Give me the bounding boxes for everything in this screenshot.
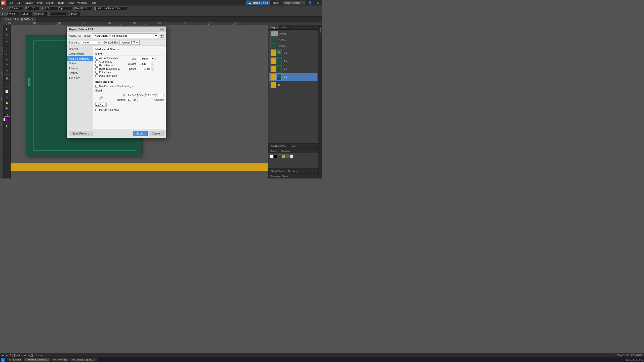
swatch-blue[interactable]: [286, 154, 289, 158]
color-bars-checkbox[interactable]: [95, 71, 98, 74]
weight-spinner[interactable]: ▲ ▼: [151, 62, 154, 66]
menu-edit[interactable]: Edit: [15, 1, 23, 5]
tool-icon-a[interactable]: T: [1, 12, 4, 15]
bleed-bottom-spinner[interactable]: ▲ ▼: [137, 98, 138, 102]
percent-input[interactable]: [37, 12, 47, 16]
apply-none[interactable]: [9, 118, 11, 121]
user-icon[interactable]: 👤: [307, 1, 313, 5]
offset-spinner[interactable]: ▲ ▼: [151, 67, 154, 71]
tab-links[interactable]: Links: [289, 144, 298, 148]
tab-conditional-text[interactable]: Conditional Text: [268, 144, 289, 148]
pen-tool[interactable]: ✒: [4, 39, 10, 45]
height-input[interactable]: [25, 6, 39, 10]
menu-file[interactable]: File: [7, 1, 15, 5]
preset-options-button[interactable]: ▼: [160, 34, 164, 38]
sidebar-item-compression[interactable]: Compression: [67, 52, 93, 56]
scissors-tool[interactable]: ✂: [4, 68, 10, 74]
menu-help[interactable]: Help: [89, 1, 98, 5]
registration-marks-checkbox[interactable]: [95, 67, 98, 70]
dialog-close-button[interactable]: ✕: [160, 28, 164, 31]
tab-close-icon[interactable]: ✕: [31, 18, 33, 21]
publish-online-button[interactable]: ☁ Publish Online: [246, 1, 270, 5]
list-item[interactable]: 10: [269, 81, 317, 89]
layers-side-label[interactable]: Layers: [319, 26, 321, 34]
menu-window[interactable]: Window: [76, 1, 89, 5]
tab-paragraph-styles[interactable]: Paragraph Styles: [268, 174, 290, 178]
zoom-input[interactable]: [58, 6, 72, 10]
sync-icon[interactable]: ↻: [315, 1, 321, 5]
bleed-inside-spinner[interactable]: ▲ ▼: [155, 93, 158, 97]
bleed-marks-checkbox[interactable]: [95, 64, 98, 67]
line-tool[interactable]: /: [4, 51, 10, 56]
swatch-yellow[interactable]: [281, 154, 285, 158]
font-size-input[interactable]: [7, 12, 19, 16]
tab-text-wrap[interactable]: Text Wrap: [286, 169, 300, 173]
bleed-outside-spinner[interactable]: ▲ ▼: [105, 103, 106, 107]
crop-marks-checkbox[interactable]: [95, 60, 98, 63]
sidebar-item-security[interactable]: Security: [67, 71, 93, 75]
swatch-green[interactable]: [277, 154, 281, 158]
search-input-area[interactable]: Adobe Search: [283, 1, 305, 5]
bleed-bottom-input[interactable]: [127, 99, 137, 101]
page-information-checkbox[interactable]: [95, 74, 98, 77]
note-tool[interactable]: 📝: [4, 88, 10, 94]
tool-icon-1[interactable]: ▸: [1, 7, 4, 10]
tab-index[interactable]: Index: [280, 25, 290, 29]
direct-select-tool[interactable]: ↖: [4, 32, 10, 37]
cancel-button[interactable]: Cancel: [149, 131, 164, 136]
type-select[interactable]: Default: [138, 57, 155, 61]
tab-swatches[interactable]: Swatches: [279, 149, 293, 153]
list-item[interactable]: C-Ma...: [269, 43, 317, 49]
book-button[interactable]: Book: [272, 1, 281, 5]
document-tab[interactable]: Untitled-1.indd @ 100% ✕: [1, 17, 36, 22]
rectangle-frame-tool[interactable]: ⊠: [4, 57, 10, 62]
width-input[interactable]: [9, 6, 23, 10]
standard-select[interactable]: None: [81, 40, 101, 45]
rectangle-tool[interactable]: □: [4, 62, 10, 68]
gradient-swatch-tool[interactable]: ▣: [4, 75, 10, 81]
fill-swatch[interactable]: [4, 114, 7, 117]
tab-stroke[interactable]: Stroke: [268, 149, 279, 153]
zoom-tool[interactable]: 🔍: [4, 106, 10, 111]
tint-input[interactable]: [70, 12, 80, 16]
apply-gradient[interactable]: [6, 118, 9, 121]
bleed-outside-input[interactable]: [96, 103, 105, 106]
list-item[interactable]: 4-5: [269, 57, 317, 65]
weight-input[interactable]: [138, 63, 151, 65]
frame-preset-input[interactable]: [94, 6, 127, 10]
bleed-link-icon[interactable]: 🔗: [95, 96, 107, 100]
hand-tool[interactable]: ✋: [4, 100, 10, 106]
menu-layout[interactable]: Layout: [23, 1, 35, 5]
menu-type[interactable]: Type: [35, 1, 44, 5]
bleed-inside-input[interactable]: [146, 94, 155, 97]
tab-object-styles[interactable]: Object Styles: [268, 169, 286, 173]
stroke-swatch[interactable]: [7, 114, 10, 117]
compatibility-select[interactable]: Acrobat 5 (PDF 1.4): [119, 40, 140, 45]
gradient-feather-tool[interactable]: ⬚: [4, 81, 10, 87]
menu-view[interactable]: View: [66, 1, 75, 5]
list-item[interactable]: 8-9: [269, 73, 317, 81]
sidebar-item-general[interactable]: General: [67, 47, 93, 52]
tab-pages[interactable]: Pages: [268, 25, 280, 29]
list-item[interactable]: A-Ma...: [269, 37, 317, 43]
swatch-white[interactable]: [269, 154, 273, 158]
select-tool[interactable]: ▸: [4, 26, 10, 32]
all-printers-marks-checkbox[interactable]: [95, 57, 98, 60]
apply-color[interactable]: [4, 118, 5, 121]
export-pdf-dialog[interactable]: Export Adobe PDF ✕ Adobe PDF Preset: [Hi…: [67, 26, 166, 138]
swatch-black[interactable]: [273, 154, 277, 158]
use-doc-bleed-checkbox[interactable]: [95, 85, 98, 88]
preset-select[interactable]: [High Quality Print] (modified): [92, 33, 158, 38]
sidebar-item-summary[interactable]: Summary: [67, 75, 93, 80]
x-coord-input[interactable]: [74, 6, 92, 10]
include-slug-checkbox[interactable]: [95, 109, 98, 111]
list-item[interactable]: [None]: [269, 31, 317, 37]
sidebar-item-output[interactable]: Output: [67, 61, 93, 66]
export-button[interactable]: Export: [133, 131, 148, 136]
eyedropper-tool[interactable]: ✏: [4, 94, 10, 100]
save-preset-button[interactable]: Save Preset...: [69, 131, 93, 136]
leading-input[interactable]: [20, 12, 32, 16]
menu-table[interactable]: Table: [56, 1, 66, 5]
view-mode[interactable]: ◧: [4, 123, 10, 129]
sidebar-item-advanced[interactable]: Advanced: [67, 66, 93, 71]
